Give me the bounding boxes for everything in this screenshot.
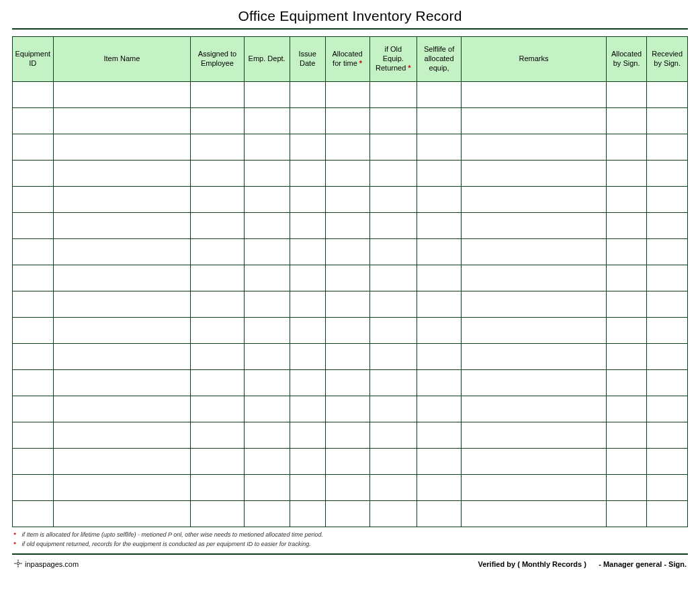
table-cell[interactable] — [325, 161, 369, 187]
table-cell[interactable] — [606, 134, 647, 161]
table-cell[interactable] — [369, 501, 417, 527]
table-cell[interactable] — [606, 475, 647, 501]
table-cell[interactable] — [462, 108, 607, 134]
table-cell[interactable] — [369, 161, 417, 187]
table-cell[interactable] — [244, 475, 290, 501]
table-cell[interactable] — [325, 318, 369, 344]
table-cell[interactable] — [244, 422, 290, 449]
table-cell[interactable] — [53, 108, 191, 134]
table-cell[interactable] — [369, 291, 417, 318]
table-cell[interactable] — [13, 396, 54, 422]
table-cell[interactable] — [325, 475, 369, 501]
table-cell[interactable] — [244, 501, 290, 527]
table-cell[interactable] — [647, 449, 688, 475]
table-cell[interactable] — [53, 265, 191, 291]
table-cell[interactable] — [325, 501, 369, 527]
table-cell[interactable] — [53, 239, 191, 265]
table-cell[interactable] — [325, 187, 369, 213]
table-cell[interactable] — [369, 370, 417, 396]
table-cell[interactable] — [13, 475, 54, 501]
table-cell[interactable] — [290, 187, 325, 213]
table-cell[interactable] — [462, 134, 607, 161]
table-cell[interactable] — [606, 108, 647, 134]
table-cell[interactable] — [417, 370, 462, 396]
table-cell[interactable] — [325, 344, 369, 370]
table-cell[interactable] — [417, 475, 462, 501]
table-cell[interactable] — [53, 501, 191, 527]
table-cell[interactable] — [606, 82, 647, 108]
table-cell[interactable] — [290, 422, 325, 449]
table-cell[interactable] — [191, 318, 244, 344]
table-cell[interactable] — [369, 318, 417, 344]
table-cell[interactable] — [290, 475, 325, 501]
table-cell[interactable] — [53, 318, 191, 344]
table-cell[interactable] — [13, 82, 54, 108]
table-cell[interactable] — [606, 213, 647, 239]
table-cell[interactable] — [369, 449, 417, 475]
table-cell[interactable] — [13, 344, 54, 370]
table-cell[interactable] — [13, 187, 54, 213]
table-cell[interactable] — [462, 213, 607, 239]
table-cell[interactable] — [369, 239, 417, 265]
table-cell[interactable] — [325, 449, 369, 475]
table-cell[interactable] — [325, 239, 369, 265]
table-cell[interactable] — [462, 82, 607, 108]
table-cell[interactable] — [462, 422, 607, 449]
table-cell[interactable] — [13, 239, 54, 265]
table-cell[interactable] — [244, 82, 290, 108]
table-cell[interactable] — [647, 265, 688, 291]
table-cell[interactable] — [191, 187, 244, 213]
table-cell[interactable] — [647, 187, 688, 213]
table-cell[interactable] — [417, 82, 462, 108]
table-cell[interactable] — [369, 475, 417, 501]
table-cell[interactable] — [290, 161, 325, 187]
table-cell[interactable] — [462, 291, 607, 318]
table-cell[interactable] — [647, 108, 688, 134]
table-cell[interactable] — [369, 134, 417, 161]
table-cell[interactable] — [290, 108, 325, 134]
table-cell[interactable] — [13, 370, 54, 396]
table-cell[interactable] — [191, 475, 244, 501]
table-cell[interactable] — [606, 239, 647, 265]
table-cell[interactable] — [244, 239, 290, 265]
table-cell[interactable] — [13, 318, 54, 344]
table-cell[interactable] — [13, 501, 54, 527]
table-cell[interactable] — [53, 291, 191, 318]
table-cell[interactable] — [417, 318, 462, 344]
table-cell[interactable] — [369, 265, 417, 291]
table-cell[interactable] — [417, 422, 462, 449]
table-cell[interactable] — [53, 213, 191, 239]
table-cell[interactable] — [53, 370, 191, 396]
table-cell[interactable] — [325, 265, 369, 291]
table-cell[interactable] — [191, 213, 244, 239]
table-cell[interactable] — [462, 187, 607, 213]
table-cell[interactable] — [13, 213, 54, 239]
table-cell[interactable] — [325, 291, 369, 318]
table-cell[interactable] — [244, 291, 290, 318]
table-cell[interactable] — [244, 396, 290, 422]
table-cell[interactable] — [290, 318, 325, 344]
table-cell[interactable] — [647, 370, 688, 396]
table-cell[interactable] — [369, 82, 417, 108]
table-cell[interactable] — [606, 161, 647, 187]
table-cell[interactable] — [191, 134, 244, 161]
table-cell[interactable] — [244, 449, 290, 475]
table-cell[interactable] — [417, 396, 462, 422]
table-cell[interactable] — [53, 475, 191, 501]
table-cell[interactable] — [191, 239, 244, 265]
table-cell[interactable] — [647, 239, 688, 265]
table-cell[interactable] — [647, 501, 688, 527]
table-cell[interactable] — [647, 161, 688, 187]
table-cell[interactable] — [417, 213, 462, 239]
table-cell[interactable] — [53, 161, 191, 187]
table-cell[interactable] — [325, 370, 369, 396]
table-cell[interactable] — [191, 265, 244, 291]
table-cell[interactable] — [290, 82, 325, 108]
table-cell[interactable] — [13, 422, 54, 449]
table-cell[interactable] — [462, 396, 607, 422]
table-cell[interactable] — [13, 265, 54, 291]
table-cell[interactable] — [606, 422, 647, 449]
table-cell[interactable] — [325, 396, 369, 422]
table-cell[interactable] — [462, 265, 607, 291]
table-cell[interactable] — [369, 344, 417, 370]
